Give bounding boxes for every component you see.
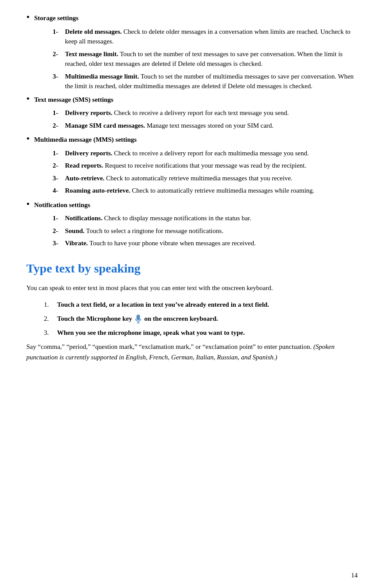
- item-bold: Auto-retrieve.: [65, 175, 104, 182]
- list-item: 3. When you see the microphone image, sp…: [44, 327, 358, 338]
- step-text-after: on the onscreen keyboard.: [144, 315, 218, 322]
- list-item: 1- Delivery reports. Check to receive a …: [53, 148, 358, 158]
- list-item: 2- Text message limit. Touch to set the …: [53, 49, 358, 69]
- step-text-content: Touch a text field, or a location in tex…: [57, 301, 269, 308]
- step-number: 2.: [44, 313, 57, 324]
- storage-settings-bullet: • Storage settings: [26, 13, 358, 23]
- item-rest: Manage text messages stored on your SIM …: [145, 122, 273, 129]
- step-text: Touch the Microphone key on the onscreen…: [57, 313, 218, 324]
- list-item: 3- Multimedia message limit. Touch to se…: [53, 72, 358, 91]
- mms-settings-list: 1- Delivery reports. Check to receive a …: [53, 148, 358, 196]
- item-rest: Check to receive a delivery report for e…: [112, 109, 289, 116]
- step-text-content: When you see the microphone image, speak…: [57, 329, 245, 336]
- item-number: 1-: [53, 213, 65, 223]
- microphone-icon: [135, 314, 142, 324]
- mms-settings-section: • Multimedia message (MMS) settings 1- D…: [26, 135, 358, 196]
- sms-settings-bullet: • Text message (SMS) settings: [26, 95, 358, 105]
- notification-settings-list: 1- Notifications. Check to display messa…: [53, 213, 358, 248]
- item-bold: Delivery reports.: [65, 150, 112, 157]
- storage-settings-list: 1- Delete old messages. Check to delete …: [53, 27, 358, 91]
- list-item: 1- Delivery reports. Check to receive a …: [53, 108, 358, 118]
- list-item: 2- Read reports. Request to receive noti…: [53, 161, 358, 171]
- item-number: 2-: [53, 226, 65, 236]
- item-text: Auto-retrieve. Check to automatically re…: [65, 173, 292, 183]
- item-number: 2-: [53, 49, 65, 59]
- item-bold: Vibrate.: [65, 240, 88, 247]
- list-item: 1- Notifications. Check to display messa…: [53, 213, 358, 223]
- page-number: 14: [351, 572, 358, 579]
- notification-settings-section: • Notification settings 1- Notifications…: [26, 200, 358, 248]
- item-text: Delivery reports. Check to receive a del…: [65, 108, 289, 118]
- item-bold: Delete old messages.: [65, 28, 122, 35]
- item-bold: Text message limit.: [65, 50, 118, 57]
- step-number: 1.: [44, 299, 57, 310]
- item-text: Sound. Touch to select a ringtone for me…: [65, 226, 223, 236]
- item-rest: Check to automatically retrieve multimed…: [104, 175, 292, 182]
- type-text-note: Say “comma,” “period,” “question mark,” …: [26, 341, 358, 362]
- sms-settings-section: • Text message (SMS) settings 1- Deliver…: [26, 95, 358, 131]
- item-number: 1-: [53, 148, 65, 158]
- list-item: 1. Touch a text field, or a location in …: [44, 299, 358, 310]
- item-rest: Request to receive notifications that yo…: [103, 162, 306, 169]
- mms-settings-label: Multimedia message (MMS) settings: [34, 135, 137, 145]
- item-number: 1-: [53, 27, 65, 37]
- item-number: 1-: [53, 108, 65, 118]
- sms-settings-label: Text message (SMS) settings: [34, 95, 114, 105]
- item-number: 4-: [53, 186, 65, 196]
- list-item: 2. Touch the Microphone key on the onscr…: [44, 313, 358, 324]
- item-number: 3-: [53, 173, 65, 183]
- list-item: 1- Delete old messages. Check to delete …: [53, 27, 358, 47]
- item-bold: Notifications.: [65, 215, 102, 222]
- item-bold: Sound.: [65, 227, 85, 234]
- item-number: 3-: [53, 72, 65, 82]
- item-text: Manage SIM card messages. Manage text me…: [65, 121, 273, 131]
- item-text: Delivery reports. Check to receive a del…: [65, 148, 309, 158]
- notification-settings-label: Notification settings: [34, 200, 90, 210]
- item-number: 3-: [53, 238, 65, 248]
- type-text-heading: Type text by speaking: [26, 261, 358, 276]
- item-text: Delete old messages. Check to delete old…: [65, 27, 358, 47]
- item-text: Read reports. Request to receive notific…: [65, 161, 306, 171]
- storage-settings-section: • Storage settings 1- Delete old message…: [26, 13, 358, 91]
- step-text-content: Touch the Microphone key: [57, 315, 132, 322]
- bullet-dot: •: [26, 94, 30, 104]
- item-text: Roaming auto-retrieve. Check to automati…: [65, 186, 314, 196]
- item-rest: Touch to select a ringtone for message n…: [85, 227, 224, 234]
- item-text: Text message limit. Touch to set the num…: [65, 49, 358, 69]
- item-bold: Read reports.: [65, 162, 103, 169]
- notification-settings-bullet: • Notification settings: [26, 200, 358, 210]
- item-rest: Touch to have your phone vibrate when me…: [88, 240, 255, 247]
- item-number: 2-: [53, 121, 65, 131]
- list-item: 3- Auto-retrieve. Check to automatically…: [53, 173, 358, 183]
- item-bold: Roaming auto-retrieve.: [65, 187, 130, 194]
- list-item: 2- Sound. Touch to select a ringtone for…: [53, 226, 358, 236]
- mms-settings-bullet: • Multimedia message (MMS) settings: [26, 135, 358, 145]
- item-rest: Check to display message notifications i…: [102, 215, 251, 222]
- bullet-dot: •: [26, 134, 30, 143]
- list-item: 3- Vibrate. Touch to have your phone vib…: [53, 238, 358, 248]
- type-text-steps: 1. Touch a text field, or a location in …: [44, 299, 358, 338]
- bullet-dot: •: [26, 12, 30, 22]
- item-rest: Check to automatically retrieve multimed…: [130, 187, 314, 194]
- item-text: Notifications. Check to display message …: [65, 213, 251, 223]
- type-text-intro: You can speak to enter text in most plac…: [26, 283, 358, 293]
- item-bold: Manage SIM card messages.: [65, 122, 145, 129]
- bullet-dot: •: [26, 199, 30, 209]
- item-bold: Delivery reports.: [65, 109, 112, 116]
- sms-settings-list: 1- Delivery reports. Check to receive a …: [53, 108, 358, 130]
- svg-rect-0: [136, 315, 140, 320]
- step-text: Touch a text field, or a location in tex…: [57, 299, 269, 310]
- item-rest: Check to receive a delivery report for e…: [112, 150, 309, 157]
- list-item: 4- Roaming auto-retrieve. Check to autom…: [53, 186, 358, 196]
- list-item: 2- Manage SIM card messages. Manage text…: [53, 121, 358, 131]
- step-number: 3.: [44, 327, 57, 338]
- storage-settings-label: Storage settings: [34, 13, 79, 23]
- item-number: 2-: [53, 161, 65, 171]
- item-text: Vibrate. Touch to have your phone vibrat…: [65, 238, 256, 248]
- step-text: When you see the microphone image, speak…: [57, 327, 245, 338]
- item-text: Multimedia message limit. Touch to set t…: [65, 72, 358, 91]
- note-normal-text: Say “comma,” “period,” “question mark,” …: [26, 343, 312, 350]
- item-bold: Multimedia message limit.: [65, 73, 139, 80]
